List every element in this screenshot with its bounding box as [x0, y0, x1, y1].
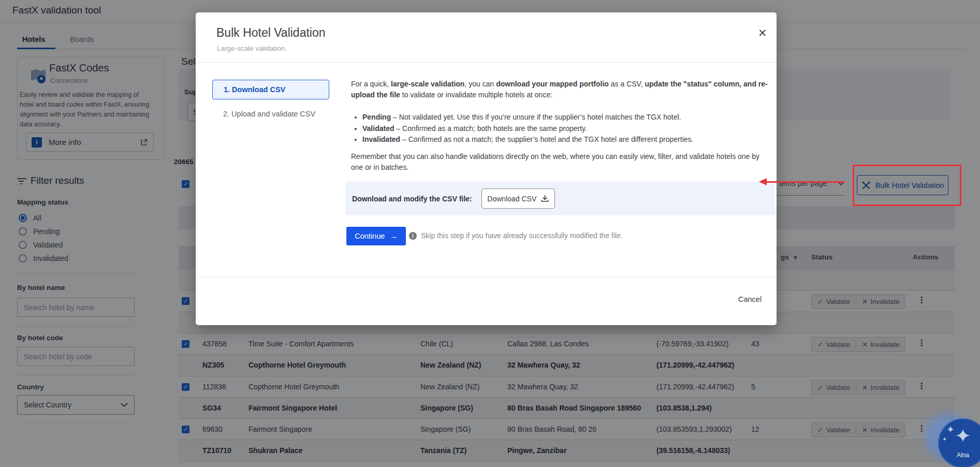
assistant-fab-label: Alna — [939, 451, 980, 459]
sparkle-icon: ✦ — [942, 436, 947, 443]
annotation-highlight-box — [853, 165, 961, 206]
step-upload-csv[interactable]: 2. Upload and validate CSV — [223, 110, 315, 118]
bulk-validation-modal: Bulk Hotel Validation Large-scale valida… — [196, 12, 777, 325]
continue-label: Continue — [355, 232, 385, 240]
modal-intro-text: For a quick, large-scale validation, you… — [351, 79, 768, 100]
bullet-invalidated: Invalidated – Confirmed as not a match; … — [362, 134, 777, 145]
info-icon: i — [409, 232, 417, 240]
download-strip: Download and modify the CSV file: Downlo… — [345, 182, 775, 215]
annotation-arrow-head — [759, 178, 767, 185]
sparkle-icon: ✦ — [955, 425, 971, 447]
modal-title: Bulk Hotel Validation — [216, 26, 326, 40]
modal-subtitle: Large-scale validation. — [217, 45, 287, 52]
sparkle-icon: ✦ — [946, 424, 955, 435]
bullet-pending: Pending – Not validated yet. Use this if… — [362, 112, 777, 123]
modal-footer-divider — [196, 277, 777, 278]
step-download-csv[interactable]: 1. Download CSV — [212, 80, 329, 99]
download-csv-button[interactable]: Download CSV — [481, 188, 555, 209]
continue-button[interactable]: Continue → — [346, 227, 406, 245]
download-csv-label: Download CSV — [487, 195, 536, 203]
modal-note-text: Remember that you can also handle valida… — [351, 151, 765, 173]
cancel-button[interactable]: Cancel — [738, 295, 762, 303]
bullet-validated: Validated – Confirmed as a match; both h… — [362, 123, 777, 135]
skip-note: i Skip this step if you have already suc… — [409, 231, 623, 240]
download-strip-label: Download and modify the CSV file: — [352, 195, 472, 203]
annotation-arrow — [766, 181, 845, 183]
assistant-fab-button[interactable]: ✦ ✦ ✦ Alna — [938, 418, 980, 467]
status-bullet-list: Pending – Not validated yet. Use this if… — [351, 112, 777, 145]
download-icon — [541, 195, 549, 202]
arrow-right-icon: → — [390, 232, 398, 240]
modal-header-divider — [196, 62, 777, 63]
close-icon[interactable]: ✕ — [758, 27, 767, 39]
